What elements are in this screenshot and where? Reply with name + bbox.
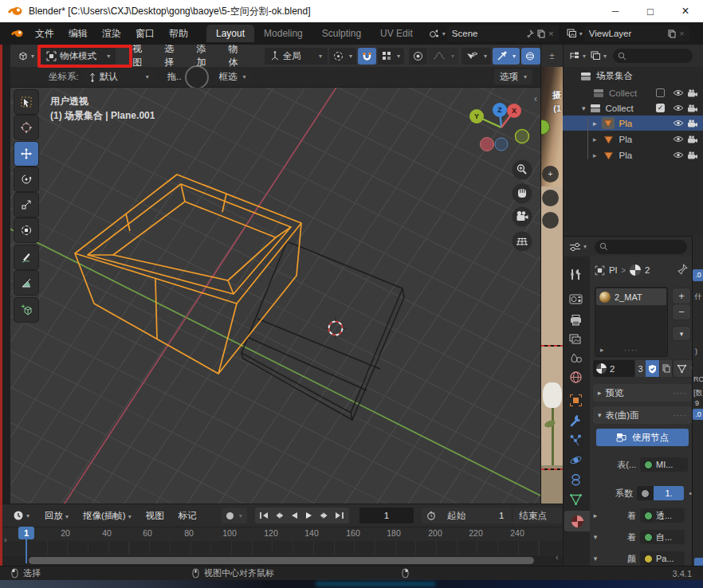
workspace-tab-sculpting[interactable]: Sculpting	[312, 25, 371, 42]
copy-icon[interactable]	[537, 29, 545, 38]
visibility-dropdown[interactable]: ▾	[461, 48, 491, 65]
expand-icon[interactable]: ▸	[593, 120, 597, 127]
panel-preview[interactable]: ▸ 预览 ····	[593, 384, 692, 402]
expand-icon[interactable]: ▸	[590, 512, 601, 519]
scene-selector[interactable]: Scene ×	[447, 25, 559, 41]
expand-icon[interactable]: ▸	[593, 151, 597, 159]
camera-visibility-icon[interactable]	[685, 89, 700, 97]
strip-zoom-button[interactable]: +	[542, 166, 559, 182]
drag-label[interactable]: 拖..	[167, 71, 182, 83]
expand-icon[interactable]: ▾	[582, 104, 586, 112]
options-dropdown[interactable]: 选项 ▾	[494, 69, 532, 84]
panel-grip[interactable]: ····	[674, 411, 687, 420]
timeline-menu-view[interactable]: 视图	[139, 510, 171, 522]
end-frame-label[interactable]: 结束点	[519, 510, 547, 522]
tool-select-box[interactable]	[14, 90, 38, 114]
current-frame-field[interactable]: 1	[359, 508, 414, 523]
tool-measure[interactable]	[14, 271, 38, 295]
workspace-tab-layout[interactable]: Layout	[206, 25, 254, 42]
start-frame-value[interactable]: 1	[499, 511, 504, 520]
copy-icon[interactable]	[668, 29, 676, 38]
menu-help[interactable]: 帮助	[162, 27, 195, 41]
viewlayer-selector[interactable]: ViewLayer ×	[584, 25, 689, 41]
play-reverse-button[interactable]	[287, 508, 302, 523]
properties-search-input[interactable]	[595, 240, 687, 254]
menu-select[interactable]: 选择	[157, 45, 187, 67]
timeline-editor-dropdown[interactable]: ▾	[13, 510, 29, 521]
outliner-row-collection[interactable]: ▾ Collect ✓	[563, 100, 703, 116]
gizmos-toggle[interactable]: ▾	[493, 48, 520, 65]
proportional-edit-toggle[interactable]	[409, 48, 427, 65]
shader-value-field[interactable]: 透...	[640, 508, 685, 523]
pin-icon[interactable]	[677, 264, 688, 275]
eye-icon[interactable]	[671, 104, 685, 112]
tab-world[interactable]	[569, 370, 583, 384]
timeline-scrollbar[interactable]	[29, 557, 534, 564]
tab-tool[interactable]	[569, 268, 583, 281]
box-select-dropdown[interactable]: 框选 ▾	[214, 69, 252, 84]
zoom-button[interactable]	[513, 160, 532, 180]
menu-add[interactable]: 添加	[190, 45, 220, 67]
outliner-row-scene-collection[interactable]: 场景集合	[563, 69, 703, 84]
expand-icon[interactable]: ▾	[590, 533, 601, 541]
record-group[interactable]: ▾	[222, 508, 247, 523]
snap-target-dropdown[interactable]: ▾	[378, 48, 404, 65]
tab-viewlayer[interactable]	[569, 334, 583, 346]
tab-particles[interactable]	[569, 433, 583, 447]
tab-object-data[interactable]	[569, 493, 583, 506]
workspace-tab-uvedit[interactable]: UV Edit	[371, 25, 422, 42]
jump-to-end-button[interactable]	[332, 508, 348, 523]
viewlayer-icon[interactable]: ▾	[567, 29, 583, 38]
collection-checkbox-checked[interactable]: ✓	[656, 104, 665, 112]
playhead-marker[interactable]: 1	[18, 527, 34, 539]
factor-socket[interactable]	[637, 486, 654, 500]
editor-type-dropdown[interactable]: ▾	[17, 51, 34, 61]
expand-icon[interactable]: ▾	[590, 555, 601, 563]
outliner-row-plane-active[interactable]: ▸ Pla	[563, 116, 703, 131]
tab-material-active[interactable]	[564, 511, 590, 531]
outliner-display-dropdown[interactable]: ▾	[569, 51, 586, 61]
tool-rotate[interactable]	[14, 167, 38, 191]
camera-visibility-icon[interactable]	[685, 151, 700, 159]
tab-object[interactable]	[569, 394, 583, 407]
outliner-row-collection-disabled[interactable]: Collect	[563, 85, 703, 100]
camera-strip-viewport[interactable]: 摄 (1 +	[540, 67, 563, 504]
playhead-line[interactable]	[26, 539, 27, 563]
tool-scale[interactable]	[14, 193, 38, 217]
jump-to-start-button[interactable]	[257, 508, 272, 523]
tab-modifiers[interactable]	[569, 414, 583, 427]
properties-editor-dropdown[interactable]: ▾	[569, 242, 587, 252]
new-material-button[interactable]	[659, 360, 672, 377]
tab-scene[interactable]	[569, 352, 583, 364]
sliver-field[interactable]: .0	[693, 409, 703, 420]
menu-render[interactable]: 渲染	[95, 27, 128, 41]
navigation-gizmo[interactable]: Y Z X	[469, 103, 529, 151]
shader-value-field[interactable]: MI...	[640, 457, 688, 472]
ortho-grid-button[interactable]	[513, 232, 532, 252]
eye-icon[interactable]	[671, 151, 685, 159]
region-arrow-right[interactable]: ‹	[556, 552, 559, 562]
tab-output[interactable]	[569, 314, 583, 326]
menu-window[interactable]: 窗口	[128, 27, 162, 41]
timeline-menu-keying[interactable]: 抠像(插帧)▾	[76, 510, 139, 522]
pan-hand-button[interactable]	[513, 184, 532, 204]
slot-specials-button[interactable]: ▾	[673, 327, 690, 340]
start-frame-label[interactable]: 起始	[447, 510, 465, 522]
region-arrow-left[interactable]: ›	[4, 535, 7, 544]
menu-edit[interactable]: 编辑	[61, 27, 95, 41]
coord-dropdown[interactable]: 默认 ▾	[83, 69, 155, 84]
sidebar-collapse-icon[interactable]: ‹	[534, 93, 537, 104]
user-count-badge[interactable]: 3	[634, 360, 646, 377]
next-keyframe-button[interactable]	[317, 508, 332, 523]
use-preview-range-icon[interactable]	[426, 511, 436, 520]
viewport-canvas[interactable]: Y Z X ‹ 用户透视 (1) 场景集合 | Plane.001	[10, 88, 540, 504]
breadcrumb-object[interactable]: Pl	[609, 265, 617, 275]
tool-move[interactable]	[14, 142, 38, 166]
pin-icon[interactable]	[525, 29, 534, 38]
menu-file[interactable]: 文件	[28, 27, 61, 41]
strip-camera-button[interactable]	[542, 212, 559, 229]
prev-keyframe-button[interactable]	[272, 508, 287, 523]
camera-visibility-icon[interactable]	[685, 104, 700, 112]
pivot-dropdown[interactable]: ▾	[329, 48, 356, 65]
tab-render[interactable]	[569, 293, 583, 305]
